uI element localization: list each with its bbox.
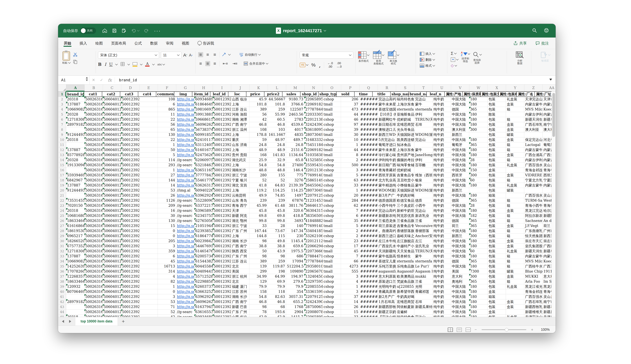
cell[interactable]: 79.9: [268, 284, 286, 289]
cell[interactable]: 湖南长沙: [231, 168, 249, 173]
cell[interactable]: 4: [158, 274, 176, 279]
cell[interactable]: 包装: [488, 107, 506, 112]
italic-button[interactable]: I: [104, 62, 106, 67]
cell[interactable]: 191330940: [66, 163, 84, 168]
cell[interactable]: 包装: [488, 264, 506, 269]
cell[interactable]: 64.83: [268, 183, 286, 188]
cell[interactable]: [140, 234, 158, 238]
next-sheet-icon[interactable]: [69, 320, 71, 323]
cell[interactable]: 中国大陆: [451, 208, 469, 213]
cell[interactable]: 50012392: [121, 284, 140, 289]
ribbon-tab-5[interactable]: 公式: [134, 39, 142, 47]
cell[interactable]: http://g.se: [176, 228, 194, 234]
cell[interactable]: 50604012: [103, 102, 121, 107]
cell[interactable]: 纯牛奶: [432, 137, 451, 142]
cell[interactable]: [140, 299, 158, 304]
cell[interactable]: 23297595: [304, 279, 323, 284]
cell[interactable]: 伊利: [414, 112, 432, 117]
cell[interactable]: 45.9: [249, 97, 268, 102]
cell[interactable]: 澳大利亚: [451, 127, 469, 132]
cell[interactable]: 63616553: [194, 310, 213, 314]
cell[interactable]: ########: [359, 122, 378, 127]
cell[interactable]: cshop: [323, 314, 341, 317]
currency-button[interactable]: ¥$: [300, 63, 308, 67]
cell[interactable]: 180: [469, 314, 488, 317]
cell[interactable]: 79.9: [249, 284, 268, 289]
cell[interactable]: 广西 南宁: [231, 122, 249, 127]
row-number[interactable]: 20: [58, 188, 66, 193]
cell[interactable]: 箱: [506, 178, 524, 183]
cell[interactable]: 62603737: [194, 284, 213, 289]
cell[interactable]: 33: [341, 314, 359, 317]
cell[interactable]: 山东 青岛: [231, 198, 249, 203]
cell[interactable]: 奥地利: [451, 279, 469, 284]
cell[interactable]: 106690820: [66, 259, 84, 264]
cell[interactable]: 珍行家心味: [378, 152, 396, 158]
cell[interactable]: cshop: [323, 193, 341, 198]
cell[interactable]: 66: [341, 259, 359, 264]
cell[interactable]: 54467691: [194, 244, 213, 249]
cell[interactable]: 新希望华西: [396, 289, 414, 294]
column-header-W[interactable]: W: [470, 84, 488, 91]
header-cell[interactable]: brand_name: [408, 92, 427, 97]
cell[interactable]: 67577352: [66, 244, 84, 249]
cell[interactable]: 50604012: [103, 314, 121, 317]
cell[interactable]: 亚翰斯食品: [396, 112, 414, 117]
image-link[interactable]: http://g.se: [177, 249, 194, 253]
cell[interactable]: 新疆 阿克: [231, 213, 249, 218]
cell[interactable]: 54.8: [268, 163, 286, 168]
cell[interactable]: WDOM/渥康: [414, 188, 432, 193]
cell[interactable]: 左江水牛纯: [378, 238, 396, 244]
cell[interactable]: 50604012: [103, 228, 121, 234]
cell[interactable]: http://g.se: [176, 107, 194, 112]
cell[interactable]: //g-searc: [176, 208, 194, 213]
cell[interactable]: 知冰食品: [396, 142, 414, 148]
cell[interactable]: [140, 173, 158, 178]
cell[interactable]: 50012392: [121, 198, 140, 203]
cell[interactable]: 50026316: [84, 244, 103, 249]
cell[interactable]: Arla Foo: [524, 279, 542, 284]
row-number[interactable]: 23: [58, 203, 66, 208]
cell[interactable]: 63: [341, 178, 359, 183]
cell[interactable]: //g-searc: [176, 218, 194, 224]
image-link[interactable]: http://g.se: [177, 112, 194, 116]
cell[interactable]: 206: [341, 97, 359, 102]
header-cell[interactable]: shop_type: [318, 92, 336, 97]
cell[interactable]: 盒装: [506, 173, 524, 178]
cell[interactable]: 湖北 宜昌: [231, 183, 249, 188]
analyze-data-button[interactable]: 分析数据: [511, 49, 529, 65]
cell[interactable]: 46.8: [268, 299, 286, 304]
cell[interactable]: 盒装: [506, 304, 524, 310]
cell[interactable]: 欧美澳商品: [396, 274, 414, 279]
cell[interactable]: tmall: [323, 198, 341, 203]
cell[interactable]: 300: [469, 274, 488, 279]
paste-dropdown-icon[interactable]: [68, 61, 71, 64]
cell[interactable]: 盒装: [488, 168, 506, 173]
cell[interactable]: 53: [158, 188, 176, 193]
cell[interactable]: [66, 127, 84, 132]
cell[interactable]: cshop: [323, 178, 341, 183]
cell[interactable]: 365: [469, 224, 488, 228]
cell[interactable]: 50012392: [121, 137, 140, 142]
cell[interactable]: 德国: [451, 218, 469, 224]
cell[interactable]: 盒装: [488, 310, 506, 314]
cell[interactable]: 6842967: [66, 178, 84, 183]
cell[interactable]: 775: [286, 173, 304, 178]
cell[interactable]: 意大利: [451, 274, 469, 279]
cell[interactable]: 50026316: [84, 122, 103, 127]
cell[interactable]: 50026316: [84, 148, 103, 152]
cell[interactable]: 60.5: [268, 117, 286, 122]
cell[interactable]: 61637945: [194, 304, 213, 310]
cell[interactable]: 45: [341, 249, 359, 254]
cell[interactable]: 50026316: [84, 259, 103, 264]
cell[interactable]: 354: [286, 289, 304, 294]
cell[interactable]: 崇左市天汇: [524, 238, 542, 244]
cell[interactable]: 中国大陆: [451, 168, 469, 173]
cell[interactable]: 20318: [66, 97, 84, 102]
cell[interactable]: 盒装: [506, 137, 524, 142]
cell[interactable]: 50604012: [103, 279, 121, 284]
cell[interactable]: 299: [249, 269, 268, 274]
cell[interactable]: 广西石埠乳: [524, 122, 542, 127]
cell[interactable]: ########: [359, 289, 378, 294]
cell[interactable]: 168: [249, 152, 268, 158]
